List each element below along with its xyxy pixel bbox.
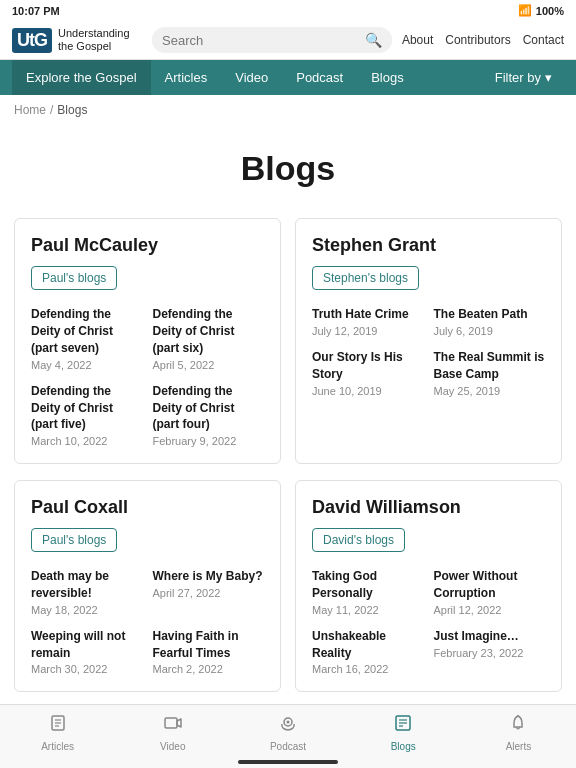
blog-post-title: Defending the Deity of Christ (part five… xyxy=(31,383,143,433)
stephens-blogs-button[interactable]: Stephen's blogs xyxy=(312,266,419,290)
status-bar: 10:07 PM 📶 100% xyxy=(0,0,576,21)
blogs-row-1: Paul McCauley Paul's blogs Defending the… xyxy=(14,218,562,464)
nav-item-explore[interactable]: Explore the Gospel xyxy=(12,60,151,95)
blogs-row-2: Paul Coxall Paul's blogs Death may be re… xyxy=(14,480,562,692)
pauls-blogs-button-2[interactable]: Paul's blogs xyxy=(31,528,117,552)
author-name: David Williamson xyxy=(312,497,545,518)
blog-post-date: February 23, 2022 xyxy=(434,647,546,659)
author-name: Paul Coxall xyxy=(31,497,264,518)
blog-post-date: March 16, 2022 xyxy=(312,663,424,675)
blog-post-item[interactable]: Power Without Corruption April 12, 2022 xyxy=(434,568,546,616)
author-card-paul-mccauley: Paul McCauley Paul's blogs Defending the… xyxy=(14,218,281,464)
blog-post-title: Truth Hate Crime xyxy=(312,306,424,323)
blog-post-item[interactable]: Defending the Deity of Christ (part seve… xyxy=(31,306,143,370)
davids-blogs-button[interactable]: David's blogs xyxy=(312,528,405,552)
author-card-stephen-grant: Stephen Grant Stephen's blogs Truth Hate… xyxy=(295,218,562,464)
blog-post-date: July 12, 2019 xyxy=(312,325,424,337)
blog-post-item[interactable]: Having Faith in Fearful Times March 2, 2… xyxy=(153,628,265,676)
blog-post-title: Unshakeable Reality xyxy=(312,628,424,662)
blog-post-date: April 12, 2022 xyxy=(434,604,546,616)
top-nav: UtG Understanding the Gospel 🔍 About Con… xyxy=(0,21,576,60)
blog-post-date: May 4, 2022 xyxy=(31,359,143,371)
blog-post-title: Just Imagine… xyxy=(434,628,546,645)
chevron-down-icon: ▾ xyxy=(545,70,552,85)
blog-post-date: May 11, 2022 xyxy=(312,604,424,616)
status-time: 10:07 PM xyxy=(12,5,60,17)
search-bar[interactable]: 🔍 xyxy=(152,27,392,53)
pauls-blogs-button[interactable]: Paul's blogs xyxy=(31,266,117,290)
tab-video[interactable]: Video xyxy=(115,713,230,752)
blog-post-item[interactable]: Truth Hate Crime July 12, 2019 xyxy=(312,306,424,337)
home-indicator xyxy=(238,760,338,764)
tab-alerts[interactable]: Alerts xyxy=(461,713,576,752)
nav-item-articles[interactable]: Articles xyxy=(151,60,222,95)
main-nav-items: Explore the Gospel Articles Video Podcas… xyxy=(12,60,483,95)
blog-post-title: Weeping will not remain xyxy=(31,628,143,662)
blog-post-item[interactable]: Our Story Is His Story June 10, 2019 xyxy=(312,349,424,397)
blog-post-item[interactable]: Weeping will not remain March 30, 2022 xyxy=(31,628,143,676)
podcast-icon xyxy=(278,713,298,738)
blog-post-item[interactable]: Unshakeable Reality March 16, 2022 xyxy=(312,628,424,676)
tab-podcast-label: Podcast xyxy=(270,741,306,752)
blogs-container: Paul McCauley Paul's blogs Defending the… xyxy=(0,208,576,768)
blogs-icon xyxy=(393,713,413,738)
tab-alerts-label: Alerts xyxy=(506,741,532,752)
articles-icon xyxy=(48,713,68,738)
blog-posts-grid: Death may be reversible! May 18, 2022 Wh… xyxy=(31,568,264,675)
blog-post-item[interactable]: Just Imagine… February 23, 2022 xyxy=(434,628,546,676)
blog-post-title: Taking God Personally xyxy=(312,568,424,602)
blog-posts-grid: Truth Hate Crime July 12, 2019 The Beate… xyxy=(312,306,545,396)
blog-post-title: Death may be reversible! xyxy=(31,568,143,602)
blog-post-title: Where is My Baby? xyxy=(153,568,265,585)
author-name: Stephen Grant xyxy=(312,235,545,256)
search-icon: 🔍 xyxy=(365,32,382,48)
blog-post-date: April 27, 2022 xyxy=(153,587,265,599)
blog-post-title: Defending the Deity of Christ (part seve… xyxy=(31,306,143,356)
contact-link[interactable]: Contact xyxy=(523,33,564,47)
alerts-icon xyxy=(508,713,528,738)
blog-post-title: Our Story Is His Story xyxy=(312,349,424,383)
status-icons: 📶 100% xyxy=(518,4,564,17)
tab-articles[interactable]: Articles xyxy=(0,713,115,752)
blog-post-item[interactable]: Defending the Deity of Christ (part six)… xyxy=(153,306,265,370)
svg-marker-5 xyxy=(177,719,181,727)
svg-point-7 xyxy=(287,721,290,724)
nav-item-blogs[interactable]: Blogs xyxy=(357,60,418,95)
blog-post-date: May 18, 2022 xyxy=(31,604,143,616)
blog-post-item[interactable]: Taking God Personally May 11, 2022 xyxy=(312,568,424,616)
blog-post-item[interactable]: Defending the Deity of Christ (part five… xyxy=(31,383,143,447)
logo-area: UtG Understanding the Gospel xyxy=(12,27,142,53)
blog-posts-grid: Defending the Deity of Christ (part seve… xyxy=(31,306,264,447)
blog-post-title: Defending the Deity of Christ (part four… xyxy=(153,383,265,433)
blog-post-item[interactable]: Where is My Baby? April 27, 2022 xyxy=(153,568,265,616)
bottom-tab-bar: Articles Video Podcast xyxy=(0,704,576,768)
blog-post-title: The Real Summit is Base Camp xyxy=(434,349,546,383)
blog-post-item[interactable]: Defending the Deity of Christ (part four… xyxy=(153,383,265,447)
tab-blogs-label: Blogs xyxy=(391,741,416,752)
contributors-link[interactable]: Contributors xyxy=(445,33,510,47)
nav-item-podcast[interactable]: Podcast xyxy=(282,60,357,95)
blog-post-item[interactable]: Death may be reversible! May 18, 2022 xyxy=(31,568,143,616)
breadcrumb-separator: / xyxy=(50,103,53,117)
blog-post-date: February 9, 2022 xyxy=(153,435,265,447)
blog-post-item[interactable]: The Beaten Path July 6, 2019 xyxy=(434,306,546,337)
nav-item-video[interactable]: Video xyxy=(221,60,282,95)
blog-post-title: Having Faith in Fearful Times xyxy=(153,628,265,662)
filter-by-button[interactable]: Filter by ▾ xyxy=(483,60,564,95)
about-link[interactable]: About xyxy=(402,33,433,47)
author-card-david-williamson: David Williamson David's blogs Taking Go… xyxy=(295,480,562,692)
svg-rect-4 xyxy=(165,718,177,728)
tab-podcast[interactable]: Podcast xyxy=(230,713,345,752)
breadcrumb-home[interactable]: Home xyxy=(14,103,46,117)
tab-blogs[interactable]: Blogs xyxy=(346,713,461,752)
battery-icon: 100% xyxy=(536,5,564,17)
search-input[interactable] xyxy=(162,33,359,48)
page-title: Blogs xyxy=(0,125,576,208)
blog-post-date: May 25, 2019 xyxy=(434,385,546,397)
tab-articles-label: Articles xyxy=(41,741,74,752)
blog-post-title: Defending the Deity of Christ (part six) xyxy=(153,306,265,356)
main-nav: Explore the Gospel Articles Video Podcas… xyxy=(0,60,576,95)
blog-post-item[interactable]: The Real Summit is Base Camp May 25, 201… xyxy=(434,349,546,397)
logo-text: Understanding the Gospel xyxy=(58,27,130,53)
video-icon xyxy=(163,713,183,738)
